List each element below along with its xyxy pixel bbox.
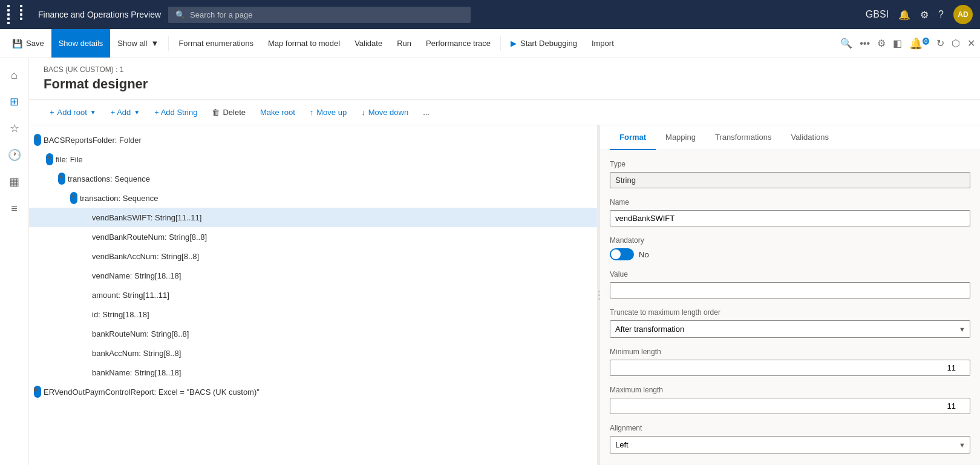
tree-item-bankroute[interactable]: bankRouteNum: String[8..8] xyxy=(29,324,597,343)
cmd-refresh-icon[interactable]: ↻ xyxy=(936,38,944,49)
tree-item-id[interactable]: id: String[18..18] xyxy=(29,305,597,324)
delete-button[interactable]: 🗑 Delete xyxy=(206,105,252,120)
name-input[interactable] xyxy=(610,210,970,226)
tree-toggle-bacsreportsfolder[interactable]: ▲ xyxy=(34,134,41,146)
form-group-value: Value xyxy=(610,270,970,298)
tree-item-transactions[interactable]: ▲ transactions: Sequence xyxy=(29,169,597,188)
move-down-button[interactable]: ↓ Move down xyxy=(355,105,414,120)
tree-item-vendname[interactable]: vendName: String[18..18] xyxy=(29,266,597,285)
top-bar: Finance and Operations Preview 🔍 GBSI 🔔 … xyxy=(0,0,980,29)
type-label: Type xyxy=(610,160,970,168)
more-button[interactable]: ... xyxy=(417,105,436,120)
value-input[interactable] xyxy=(610,282,970,298)
help-icon[interactable]: ? xyxy=(938,9,944,20)
tree-item-file[interactable]: ▲ file: File xyxy=(29,150,597,169)
save-icon: 💾 xyxy=(12,39,22,48)
tree-item-ervend[interactable]: ▶ ERVendOutPaymControlReport: Excel = "B… xyxy=(29,382,597,401)
settings-icon[interactable]: ⚙ xyxy=(920,9,929,21)
search-input[interactable] xyxy=(190,10,463,19)
add-chevron-icon: ▼ xyxy=(134,109,140,116)
name-label: Name xyxy=(610,198,970,206)
validate-button[interactable]: Validate xyxy=(347,29,390,58)
min-length-input[interactable] xyxy=(610,360,970,376)
sidebar-workspace-icon[interactable]: ▦ xyxy=(2,170,27,194)
cmd-expand-icon[interactable]: ⬡ xyxy=(952,38,960,49)
tab-transformations[interactable]: Transformations xyxy=(705,125,781,150)
tab-format[interactable]: Format xyxy=(610,125,656,150)
separator-2 xyxy=(500,36,501,51)
tree-item-vendbankswift[interactable]: vendBankSWIFT: String[11..11] xyxy=(29,208,597,227)
top-bar-right: GBSI 🔔 ⚙ ? AD xyxy=(866,5,973,24)
sidebar-filter-icon[interactable]: ⊞ xyxy=(2,90,27,114)
truncate-select[interactable]: After transformation Before transformati… xyxy=(610,320,970,338)
mandatory-toggle[interactable] xyxy=(610,248,634,260)
breadcrumb: BACS (UK CUSTOM) : 1 xyxy=(44,65,965,74)
tree-item-transaction[interactable]: ▲ transaction: Sequence xyxy=(29,188,597,208)
toggle-knob xyxy=(611,249,621,259)
tree-item-amount[interactable]: amount: String[11..11] xyxy=(29,285,597,305)
tree-item-bankname[interactable]: bankName: String[18..18] xyxy=(29,363,597,382)
page-title: Format designer xyxy=(44,76,965,99)
make-root-button[interactable]: Make root xyxy=(254,105,301,120)
app-grid-icon[interactable] xyxy=(7,5,31,24)
run-button[interactable]: Run xyxy=(390,29,419,58)
delete-icon: 🗑 xyxy=(212,108,220,117)
notification-icon[interactable]: 🔔 xyxy=(898,9,910,21)
show-details-button[interactable]: Show details xyxy=(51,29,111,58)
cmd-badge-icon[interactable]: 🔔0 xyxy=(909,37,929,50)
tree-item-bacsreportsfolder[interactable]: ▲ BACSReportsFolder: Folder xyxy=(29,130,597,150)
app-title: Finance and Operations Preview xyxy=(38,10,161,19)
cmd-collapse-icon[interactable]: ◧ xyxy=(893,38,902,49)
tree-toggle-transaction[interactable]: ▲ xyxy=(70,192,77,204)
main-content: BACS (UK CUSTOM) : 1 Format designer + A… xyxy=(29,58,980,465)
add-root-button[interactable]: + Add root ▼ xyxy=(44,105,102,120)
sidebar-list-icon[interactable]: ≡ xyxy=(2,196,27,220)
command-bar: 💾 Save Show details Show all ▼ Format en… xyxy=(0,29,980,58)
max-length-input[interactable] xyxy=(610,398,970,414)
tree-toggle-ervend[interactable]: ▶ xyxy=(34,386,41,398)
add-string-button[interactable]: + Add String xyxy=(148,105,203,120)
sidebar-recent-icon[interactable]: 🕐 xyxy=(2,143,27,167)
cmd-more-icon[interactable]: ••• xyxy=(860,38,870,49)
map-format-to-model-button[interactable]: Map format to model xyxy=(261,29,347,58)
right-form-body: Type Name Mandatory xyxy=(600,150,980,465)
tab-validations[interactable]: Validations xyxy=(781,125,838,150)
show-all-chevron-icon: ▼ xyxy=(151,39,159,48)
cmd-close-icon[interactable]: ✕ xyxy=(967,38,975,49)
sidebar-home-icon[interactable]: ⌂ xyxy=(2,63,27,87)
import-button[interactable]: Import xyxy=(584,29,621,58)
page-header: BACS (UK CUSTOM) : 1 Format designer xyxy=(29,58,980,100)
start-debugging-button[interactable]: ▶ Start Debugging xyxy=(503,29,584,58)
tree-item-vendaccnum[interactable]: vendBankAccNum: String[8..8] xyxy=(29,246,597,266)
cmd-search-icon[interactable]: 🔍 xyxy=(840,38,852,49)
type-input[interactable] xyxy=(610,172,970,188)
move-down-icon: ↓ xyxy=(361,108,365,117)
add-button[interactable]: + Add ▼ xyxy=(105,105,146,120)
right-panel: Format Mapping Transformations Validatio… xyxy=(600,125,980,465)
tree-item-bankaccnum[interactable]: bankAccNum: String[8..8] xyxy=(29,343,597,363)
save-button[interactable]: 💾 Save xyxy=(5,29,51,58)
form-group-name: Name xyxy=(610,198,970,226)
mandatory-label: Mandatory xyxy=(610,236,970,245)
show-all-button[interactable]: Show all ▼ xyxy=(110,29,166,58)
sidebar-favorite-icon[interactable]: ☆ xyxy=(2,116,27,140)
max-length-label: Maximum length xyxy=(610,386,970,394)
search-bar[interactable]: 🔍 xyxy=(168,7,471,23)
tree-item-vendroute[interactable]: vendBankRouteNum: String[8..8] xyxy=(29,227,597,246)
tree-toggle-transactions[interactable]: ▲ xyxy=(58,173,65,185)
add-root-icon: + xyxy=(50,108,54,117)
alignment-label: Alignment xyxy=(610,424,970,432)
alignment-select-wrapper: Left Right Center ▼ xyxy=(610,436,970,453)
move-up-icon: ↑ xyxy=(310,108,314,117)
tab-mapping[interactable]: Mapping xyxy=(656,125,705,150)
cmd-settings-icon[interactable]: ⚙ xyxy=(877,38,886,49)
toolbar: + Add root ▼ + Add ▼ + Add String 🗑 Dele… xyxy=(29,100,980,125)
performance-trace-button[interactable]: Performance trace xyxy=(419,29,498,58)
tree-toggle-file[interactable]: ▲ xyxy=(46,153,53,165)
format-enumerations-button[interactable]: Format enumerations xyxy=(171,29,261,58)
tree-panel[interactable]: ▲ BACSReportsFolder: Folder ▲ file: File… xyxy=(29,125,598,465)
user-avatar[interactable]: AD xyxy=(953,5,973,24)
form-group-min-length: Minimum length xyxy=(610,348,970,376)
alignment-select[interactable]: Left Right Center xyxy=(610,436,970,453)
move-up-button[interactable]: ↑ Move up xyxy=(304,105,353,120)
